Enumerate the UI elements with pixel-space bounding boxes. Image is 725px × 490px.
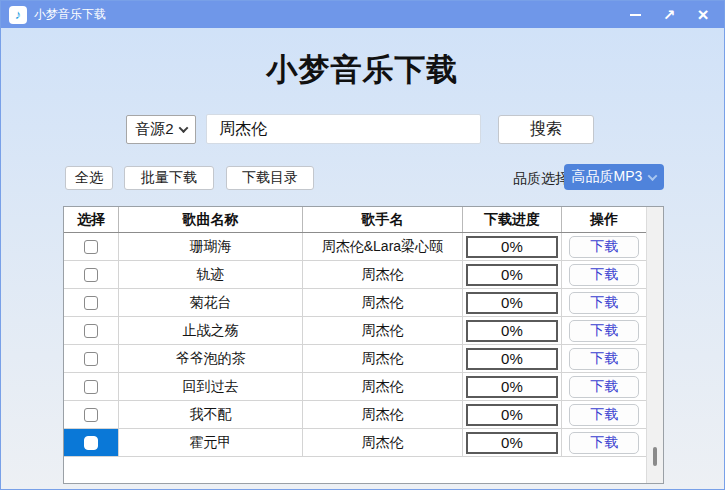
header-action: 操作 — [562, 207, 646, 232]
table-body: 珊瑚海 周杰伦&Lara梁心颐 0% 下载 轨迹 周杰伦 0% 下载 菊花台 周… — [64, 233, 646, 457]
row-checkbox[interactable] — [84, 380, 98, 394]
quality-label: 品质选择 — [513, 170, 569, 188]
progress-cell: 0% — [463, 261, 563, 288]
download-button[interactable]: 下载 — [569, 348, 639, 370]
action-cell: 下载 — [562, 233, 646, 260]
artist-cell: 周杰伦 — [303, 373, 462, 400]
search-input[interactable] — [206, 114, 481, 144]
minimize-button[interactable] — [622, 4, 648, 26]
source-select-value: 音源2 — [135, 120, 173, 139]
download-button[interactable]: 下载 — [569, 236, 639, 258]
row-checkbox[interactable] — [84, 268, 98, 282]
header-select: 选择 — [64, 207, 119, 232]
music-note-icon: ♪ — [9, 6, 27, 24]
table-row: 珊瑚海 周杰伦&Lara梁心颐 0% 下载 — [64, 233, 646, 261]
progress-box: 0% — [466, 376, 558, 398]
checkbox-cell[interactable] — [64, 429, 119, 456]
download-button[interactable]: 下载 — [569, 404, 639, 426]
songs-table: 选择 歌曲名称 歌手名 下载进度 操作 珊瑚海 周杰伦&Lara梁心颐 0% 下… — [63, 206, 664, 484]
checkbox-cell[interactable] — [64, 373, 119, 400]
search-button[interactable]: 搜索 — [498, 115, 594, 144]
page-title: 小梦音乐下载 — [1, 49, 724, 91]
chevron-down-icon — [648, 171, 658, 181]
header-progress: 下载进度 — [463, 207, 563, 232]
table-row: 菊花台 周杰伦 0% 下载 — [64, 289, 646, 317]
search-button-label: 搜索 — [530, 119, 562, 140]
artist-cell: 周杰伦 — [303, 289, 462, 316]
row-checkbox[interactable] — [84, 240, 98, 254]
source-select[interactable]: 音源2 — [126, 115, 196, 144]
window-controls: ↗ × — [622, 4, 716, 26]
table-scrollbar[interactable] — [646, 207, 663, 483]
download-button[interactable]: 下载 — [569, 292, 639, 314]
progress-box: 0% — [466, 264, 558, 286]
download-dir-label: 下载目录 — [242, 169, 298, 187]
song-cell: 菊花台 — [119, 289, 303, 316]
row-checkbox[interactable] — [84, 296, 98, 310]
checkbox-cell[interactable] — [64, 317, 119, 344]
checkbox-cell[interactable] — [64, 289, 119, 316]
row-checkbox[interactable] — [84, 324, 98, 338]
table-row: 止战之殇 周杰伦 0% 下载 — [64, 317, 646, 345]
header-artist: 歌手名 — [303, 207, 462, 232]
song-cell: 霍元甲 — [119, 429, 303, 456]
download-dir-button[interactable]: 下载目录 — [226, 166, 314, 190]
checkbox-cell[interactable] — [64, 401, 119, 428]
batch-download-label: 批量下载 — [141, 169, 197, 187]
progress-box: 0% — [466, 404, 558, 426]
progress-box: 0% — [466, 432, 558, 454]
progress-box: 0% — [466, 348, 558, 370]
progress-box: 0% — [466, 292, 558, 314]
table-row: 回到过去 周杰伦 0% 下载 — [64, 373, 646, 401]
song-cell: 爷爷泡的茶 — [119, 345, 303, 372]
row-checkbox[interactable] — [84, 436, 98, 450]
action-cell: 下载 — [562, 317, 646, 344]
checkbox-cell[interactable] — [64, 261, 119, 288]
action-cell: 下载 — [562, 401, 646, 428]
checkbox-cell[interactable] — [64, 233, 119, 260]
song-cell: 我不配 — [119, 401, 303, 428]
scrollbar-thumb[interactable] — [653, 447, 657, 466]
progress-cell: 0% — [463, 233, 563, 260]
table-row: 轨迹 周杰伦 0% 下载 — [64, 261, 646, 289]
batch-download-button[interactable]: 批量下载 — [124, 166, 214, 190]
artist-cell: 周杰伦 — [303, 345, 462, 372]
artist-cell: 周杰伦 — [303, 401, 462, 428]
row-checkbox[interactable] — [84, 408, 98, 422]
song-cell: 回到过去 — [119, 373, 303, 400]
titlebar: ♪ 小梦音乐下载 ↗ × — [1, 1, 724, 28]
progress-cell: 0% — [463, 289, 563, 316]
close-icon: × — [697, 4, 708, 26]
artist-cell: 周杰伦 — [303, 429, 462, 456]
row-checkbox[interactable] — [84, 352, 98, 366]
quality-select[interactable]: 高品质MP3 — [564, 164, 664, 190]
download-button[interactable]: 下载 — [569, 432, 639, 454]
table-header-row: 选择 歌曲名称 歌手名 下载进度 操作 — [64, 207, 646, 233]
action-cell: 下载 — [562, 345, 646, 372]
minimize-icon — [630, 14, 641, 16]
download-button[interactable]: 下载 — [569, 264, 639, 286]
select-all-button[interactable]: 全选 — [65, 166, 113, 190]
maximize-button[interactable]: ↗ — [656, 4, 682, 26]
progress-cell: 0% — [463, 373, 563, 400]
download-button[interactable]: 下载 — [569, 376, 639, 398]
quality-select-value: 高品质MP3 — [572, 168, 643, 186]
progress-box: 0% — [466, 236, 558, 258]
checkbox-cell[interactable] — [64, 345, 119, 372]
select-all-label: 全选 — [75, 169, 103, 187]
download-button[interactable]: 下载 — [569, 320, 639, 342]
song-cell: 止战之殇 — [119, 317, 303, 344]
artist-cell: 周杰伦 — [303, 317, 462, 344]
table-row: 我不配 周杰伦 0% 下载 — [64, 401, 646, 429]
progress-box: 0% — [466, 320, 558, 342]
close-button[interactable]: × — [690, 4, 716, 26]
action-cell: 下载 — [562, 429, 646, 456]
table-row: 霍元甲 周杰伦 0% 下载 — [64, 429, 646, 457]
artist-cell: 周杰伦&Lara梁心颐 — [303, 233, 462, 260]
maximize-icon: ↗ — [663, 6, 676, 24]
chevron-down-icon — [178, 123, 188, 133]
progress-cell: 0% — [463, 317, 563, 344]
table-row: 爷爷泡的茶 周杰伦 0% 下载 — [64, 345, 646, 373]
window-title: 小梦音乐下载 — [34, 6, 106, 23]
progress-cell: 0% — [463, 401, 563, 428]
